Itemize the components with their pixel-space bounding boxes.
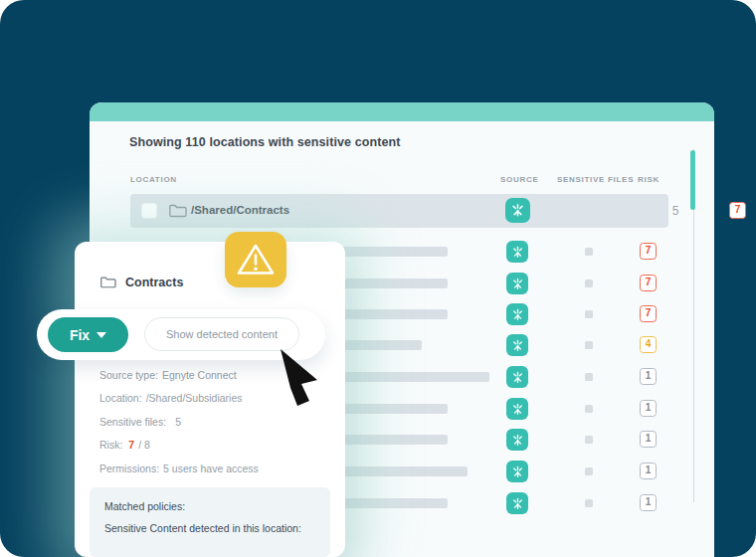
- panel-title: Showing 110 locations with sensitive con…: [129, 135, 401, 149]
- folder-icon: [99, 275, 116, 289]
- card-title-row: Contracts: [99, 275, 183, 289]
- detail-location: Location:/Shared/Subsidiaries: [99, 392, 243, 405]
- egnyte-connect-icon: [506, 334, 528, 356]
- detail-permissions: Permissions:5 users have access: [99, 463, 259, 475]
- card-title: Contracts: [125, 276, 183, 289]
- sensitive-files-placeholder: [585, 248, 593, 256]
- scrollbar-thumb[interactable]: [690, 150, 695, 210]
- arrow-cursor-icon: [277, 346, 322, 408]
- column-header-location: LOCATION: [130, 175, 177, 184]
- detail-risk: Risk:7/ 8: [99, 439, 150, 452]
- sensitive-files-placeholder: [585, 405, 593, 413]
- panel-header-bar: [90, 102, 714, 121]
- row-location-path: /Shared/Contracts: [191, 204, 289, 216]
- folder-icon: [168, 202, 187, 219]
- row-checkbox[interactable]: [141, 203, 157, 219]
- sensitive-files-placeholder: [585, 436, 593, 444]
- sensitive-files-count: 5: [658, 204, 693, 218]
- sensitive-files-placeholder: [585, 310, 593, 318]
- column-header-sensitive-files: SENSITIVE FILES: [557, 175, 634, 184]
- column-header-source: SOURCE: [500, 175, 538, 184]
- risk-badge: 1: [640, 368, 657, 385]
- table-row-selected[interactable]: /Shared/Contracts 5 7: [130, 194, 668, 228]
- egnyte-connect-icon: [506, 273, 528, 294]
- sensitive-files-placeholder: [585, 341, 593, 349]
- risk-badge: 1: [640, 431, 657, 448]
- risk-badge: 4: [640, 336, 657, 353]
- matched-policies-heading: Matched policies:: [104, 500, 185, 512]
- egnyte-connect-icon: [506, 241, 528, 263]
- risk-badge: 7: [640, 243, 657, 260]
- egnyte-connect-icon: [506, 492, 528, 514]
- egnyte-connect-icon: [506, 366, 528, 388]
- risk-badge: 7: [640, 275, 657, 291]
- risk-value: 7: [128, 439, 134, 451]
- caret-down-icon: [96, 332, 106, 338]
- screenshot-canvas: Showing 110 locations with sensitive con…: [0, 0, 756, 557]
- matched-policies-box: Matched policies: Sensitive Content dete…: [90, 487, 330, 557]
- egnyte-connect-icon: [505, 198, 530, 223]
- risk-badge: 7: [729, 202, 746, 219]
- egnyte-connect-icon: [506, 398, 528, 420]
- risk-badge: 1: [640, 494, 657, 511]
- detail-source-type: Source type:Egnyte Connect: [99, 369, 237, 382]
- sensitive-files-placeholder: [585, 499, 593, 507]
- fix-button[interactable]: Fix: [48, 317, 128, 352]
- risk-badge: 7: [640, 305, 657, 322]
- egnyte-connect-icon: [506, 461, 528, 482]
- sensitive-files-placeholder: [585, 467, 593, 475]
- sensitive-files-placeholder: [585, 373, 593, 381]
- warning-icon: [225, 232, 286, 287]
- matched-policies-line: Sensitive Content detected in this locat…: [104, 522, 301, 534]
- detail-sensitive-files: Sensitive files:5: [99, 416, 181, 429]
- risk-badge: 1: [640, 400, 657, 417]
- column-header-risk: RISK: [638, 175, 660, 184]
- risk-badge: 1: [640, 463, 657, 479]
- egnyte-connect-icon: [506, 303, 528, 325]
- egnyte-connect-icon: [506, 429, 528, 451]
- sensitive-files-placeholder: [585, 279, 593, 287]
